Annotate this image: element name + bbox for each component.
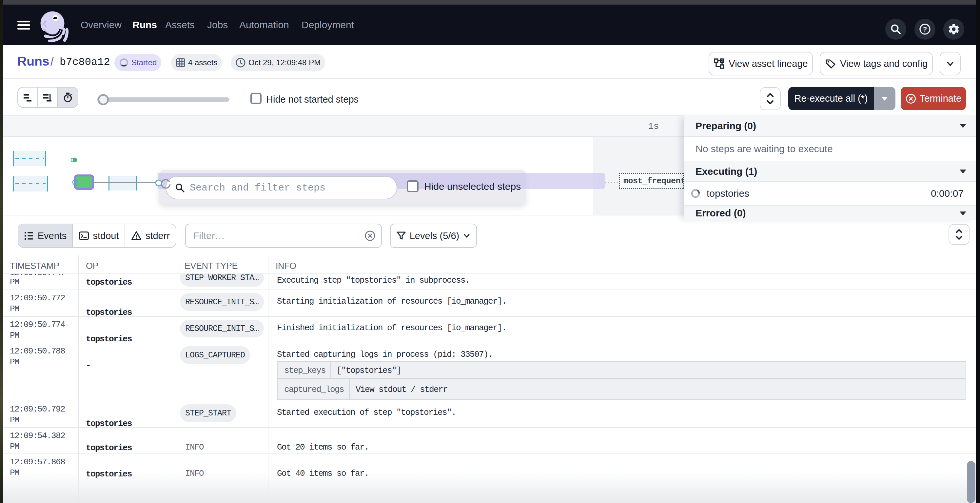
svg-text:?: ?	[923, 25, 927, 33]
